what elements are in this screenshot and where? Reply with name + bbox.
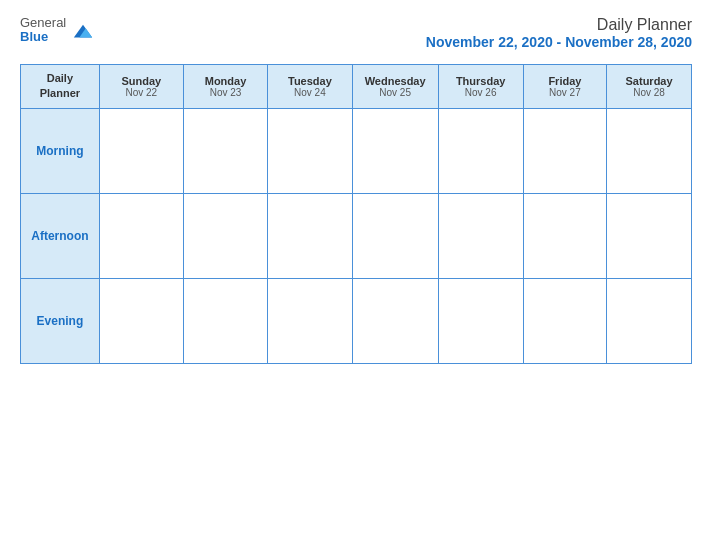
planner-date-range: November 22, 2020 - November 28, 2020 [426,34,692,50]
th-tuesday-date: Nov 24 [270,87,349,98]
logo-icon [72,21,94,43]
afternoon-sunday-cell[interactable] [99,193,183,278]
afternoon-label: Afternoon [21,193,100,278]
afternoon-monday-cell[interactable] [183,193,267,278]
logo-blue-text: Blue [20,30,66,44]
evening-label: Evening [21,278,100,363]
title-area: Daily Planner November 22, 2020 - Novemb… [426,16,692,50]
afternoon-saturday-cell[interactable] [607,193,692,278]
morning-label: Morning [21,108,100,193]
th-wednesday: Wednesday Nov 25 [352,65,438,109]
th-main-label: DailyPlanner [40,72,80,99]
evening-sunday-cell[interactable] [99,278,183,363]
table-body: Morning Afternoon Evening [21,108,692,363]
th-friday-day: Friday [526,75,605,87]
th-tuesday: Tuesday Nov 24 [268,65,352,109]
th-sunday-day: Sunday [102,75,181,87]
calendar-table: DailyPlanner Sunday Nov 22 Monday Nov 23… [20,64,692,364]
afternoon-tuesday-cell[interactable] [268,193,352,278]
morning-monday-cell[interactable] [183,108,267,193]
th-monday-day: Monday [186,75,265,87]
header-row: DailyPlanner Sunday Nov 22 Monday Nov 23… [21,65,692,109]
th-friday-date: Nov 27 [526,87,605,98]
morning-saturday-cell[interactable] [607,108,692,193]
th-thursday-date: Nov 26 [441,87,521,98]
th-wednesday-day: Wednesday [355,75,436,87]
header: General Blue Daily Planner November 22, … [20,16,692,50]
morning-friday-cell[interactable] [523,108,607,193]
evening-friday-cell[interactable] [523,278,607,363]
morning-wednesday-cell[interactable] [352,108,438,193]
th-friday: Friday Nov 27 [523,65,607,109]
th-sunday: Sunday Nov 22 [99,65,183,109]
th-monday: Monday Nov 23 [183,65,267,109]
th-saturday: Saturday Nov 28 [607,65,692,109]
table-header: DailyPlanner Sunday Nov 22 Monday Nov 23… [21,65,692,109]
th-wednesday-date: Nov 25 [355,87,436,98]
th-label: DailyPlanner [21,65,100,109]
evening-monday-cell[interactable] [183,278,267,363]
th-saturday-date: Nov 28 [609,87,689,98]
evening-thursday-cell[interactable] [438,278,523,363]
afternoon-thursday-cell[interactable] [438,193,523,278]
evening-row: Evening [21,278,692,363]
morning-thursday-cell[interactable] [438,108,523,193]
logo-area: General Blue [20,16,94,45]
evening-tuesday-cell[interactable] [268,278,352,363]
th-tuesday-day: Tuesday [270,75,349,87]
logo-text: General Blue [20,16,66,45]
th-thursday-day: Thursday [441,75,521,87]
evening-wednesday-cell[interactable] [352,278,438,363]
logo-general-text: General [20,16,66,30]
morning-tuesday-cell[interactable] [268,108,352,193]
afternoon-row: Afternoon [21,193,692,278]
th-saturday-day: Saturday [609,75,689,87]
planner-title: Daily Planner [426,16,692,34]
th-thursday: Thursday Nov 26 [438,65,523,109]
page: General Blue Daily Planner November 22, … [0,0,712,550]
th-monday-date: Nov 23 [186,87,265,98]
th-sunday-date: Nov 22 [102,87,181,98]
afternoon-friday-cell[interactable] [523,193,607,278]
afternoon-wednesday-cell[interactable] [352,193,438,278]
morning-sunday-cell[interactable] [99,108,183,193]
morning-row: Morning [21,108,692,193]
evening-saturday-cell[interactable] [607,278,692,363]
